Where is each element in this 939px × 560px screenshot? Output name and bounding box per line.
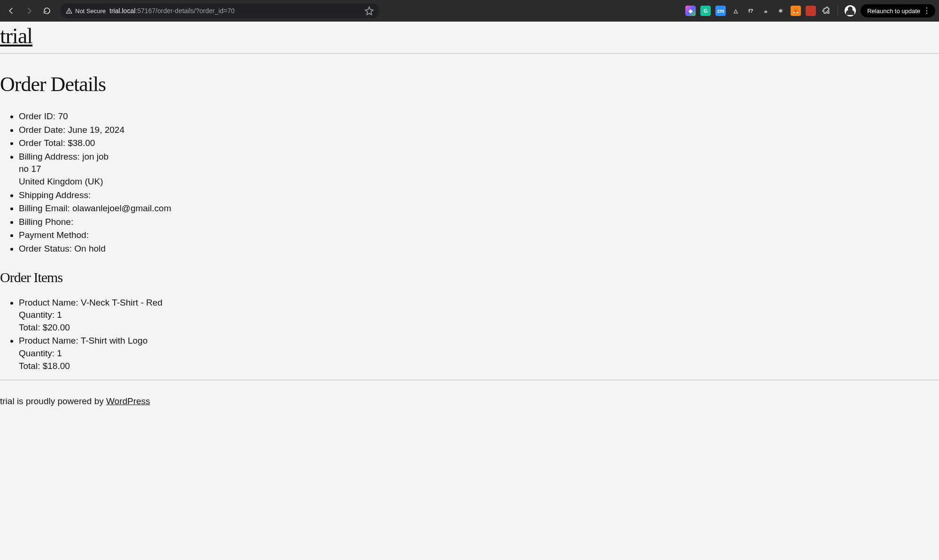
billing-email-row: Billing Email: olawanlejoel@gmail.com (19, 202, 939, 215)
product-name-value: T-Shirt with Logo (81, 336, 148, 345)
billing-address-line1: jon job (82, 152, 109, 161)
relaunch-label: Relaunch to update (867, 8, 920, 15)
product-name-label: Product Name: (19, 336, 78, 345)
address-bar[interactable]: Not Secure trial.local:57167/order-detai… (60, 3, 380, 18)
billing-phone-row: Billing Phone: (19, 216, 939, 229)
order-status-value: On hold (74, 244, 106, 253)
order-id-row: Order ID: 70 (19, 110, 939, 123)
back-button[interactable] (4, 3, 19, 18)
shipping-address-label: Shipping Address: (19, 190, 91, 200)
product-name-value: V-Neck T-Shirt - Red (81, 298, 163, 307)
shipping-address-row: Shipping Address: (19, 189, 939, 202)
footer: trial is proudly powered by WordPress (0, 390, 939, 416)
payment-method-label: Payment Method: (19, 230, 89, 240)
billing-phone-label: Billing Phone: (19, 217, 73, 227)
browser-chrome: Not Secure trial.local:57167/order-detai… (0, 0, 939, 22)
product-name-label: Product Name: (19, 298, 78, 307)
billing-address-line3: United Kingdom (UK) (19, 176, 103, 186)
quantity-label: Quantity: (19, 310, 54, 320)
order-total-label: Order Total: (19, 138, 65, 148)
extension-icons: ◆Gzm△f?⏛⚛🦊Relaunch to update⋮ (685, 4, 935, 17)
kebab-menu-icon[interactable]: ⋮ (923, 7, 931, 15)
footer-wordpress-link[interactable]: WordPress (106, 396, 150, 406)
relaunch-button[interactable]: Relaunch to update⋮ (861, 4, 935, 17)
svg-point-0 (69, 12, 70, 13)
url-text: trial.local:57167/order-details/?order_i… (109, 7, 235, 15)
page-content: Order Details Order ID: 70 Order Date: J… (0, 72, 939, 416)
billing-address-row: Billing Address: jon job no 17 United Ki… (19, 151, 939, 188)
not-secure-badge[interactable]: Not Secure (66, 8, 106, 15)
order-id-value: 70 (58, 111, 68, 121)
page-body: trial Order Details Order ID: 70 Order D… (0, 22, 939, 560)
item-total-value: $18.00 (43, 361, 70, 371)
quantity-value: 1 (57, 348, 62, 358)
metamask-extension-icon[interactable]: 🦊 (791, 6, 801, 16)
order-total-row: Order Total: $38.00 (19, 137, 939, 150)
order-date-row: Order Date: June 19, 2024 (19, 124, 939, 137)
page-heading: Order Details (0, 72, 939, 96)
footer-text: trial is proudly powered by (0, 396, 106, 406)
order-status-row: Order Status: On hold (19, 243, 939, 255)
forward-button[interactable] (22, 3, 37, 18)
site-title: trial (0, 22, 939, 53)
function-extension-icon[interactable]: f? (745, 6, 756, 16)
order-id-label: Order ID: (19, 111, 55, 121)
item-total-label: Total: (19, 322, 40, 332)
reload-button[interactable] (39, 3, 54, 18)
payment-method-row: Payment Method: (19, 229, 939, 242)
url-path: :57167/order-details/?order_id=70 (135, 7, 234, 15)
site-title-link[interactable]: trial (0, 24, 32, 48)
order-total-value: $38.00 (68, 138, 95, 148)
extension-9-extension-icon[interactable] (806, 6, 816, 16)
url-host: trial.local (109, 7, 135, 15)
billing-email-value: olawanlejoel@gmail.com (72, 203, 171, 213)
zoom-extension-icon[interactable]: zm (715, 6, 726, 16)
bookmark-star-icon[interactable] (365, 6, 374, 15)
billing-address-line2: no 17 (19, 164, 41, 174)
order-status-label: Order Status: (19, 244, 72, 253)
warning-icon (66, 8, 72, 14)
extension-6-extension-icon[interactable]: ⏛ (761, 6, 771, 16)
item-total-label: Total: (19, 361, 40, 371)
toolbar-separator (838, 6, 838, 15)
billing-address-label: Billing Address: (19, 152, 80, 161)
extension-1-extension-icon[interactable]: ◆ (685, 6, 696, 16)
extensions-menu-icon[interactable] (821, 6, 831, 16)
order-date-label: Order Date: (19, 125, 65, 135)
order-info-list: Order ID: 70 Order Date: June 19, 2024 O… (0, 110, 939, 255)
order-date-value: June 19, 2024 (68, 125, 124, 135)
quantity-value: 1 (57, 310, 62, 320)
react-devtools-extension-icon[interactable]: ⚛ (776, 6, 786, 16)
item-total-value: $20.00 (43, 322, 70, 332)
footer-separator (0, 380, 939, 380)
google-drive-extension-icon[interactable]: △ (730, 6, 741, 16)
order-item-row: Product Name: T-Shirt with LogoQuantity:… (19, 335, 939, 372)
not-secure-label: Not Secure (75, 8, 106, 15)
order-item-row: Product Name: V-Neck T-Shirt - RedQuanti… (19, 297, 939, 334)
billing-email-label: Billing Email: (19, 203, 70, 213)
order-items-heading: Order Items (0, 269, 939, 285)
quantity-label: Quantity: (19, 348, 54, 358)
order-items-list: Product Name: V-Neck T-Shirt - RedQuanti… (0, 297, 939, 373)
grammarly-extension-icon[interactable]: G (700, 6, 711, 16)
profile-avatar[interactable] (845, 5, 856, 16)
header-separator (0, 53, 939, 54)
